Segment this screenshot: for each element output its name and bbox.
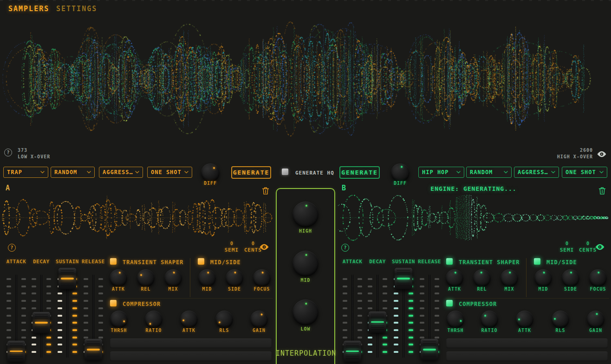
- sampler-b-slot-2[interactable]: [446, 351, 608, 361]
- midside-side-knob-b-indicator: [561, 268, 580, 287]
- midside-focus-knob-a-indicator: [252, 268, 272, 288]
- fader-tick: [98, 337, 103, 338]
- midside-toggle-b[interactable]: [534, 258, 540, 265]
- fader-tick: [435, 292, 439, 294]
- midside-toggle-a[interactable]: [198, 258, 204, 265]
- midside-focus-knob-b[interactable]: [589, 269, 607, 287]
- fader-tick: [383, 300, 387, 302]
- fader-handle[interactable]: [395, 268, 412, 289]
- sampler-b-sustain-fader[interactable]: [390, 265, 416, 364]
- fader-tick: [32, 286, 36, 287]
- sampler-b-release-fader[interactable]: [416, 265, 442, 364]
- fader-tick: [58, 300, 62, 302]
- tab-samplers[interactable]: SAMPLERS: [8, 5, 49, 13]
- sampler-b-dropdown-3[interactable]: ONE SHOT: [562, 167, 607, 178]
- transient-rel-knob-a[interactable]: [137, 269, 155, 287]
- compressor-gain-knob-b[interactable]: [587, 311, 604, 328]
- sampler-a-slot-1[interactable]: [110, 338, 272, 348]
- fader-handle[interactable]: [32, 312, 50, 333]
- compressor-knob-label: GAIN: [238, 328, 280, 333]
- adsr-label: RELEASE: [409, 259, 450, 265]
- transient-attk-knob-a[interactable]: [110, 269, 127, 287]
- fader-tick: [368, 351, 372, 353]
- compressor-ratio-knob-b[interactable]: [481, 311, 498, 328]
- sampler-a-attack-fader[interactable]: [3, 265, 29, 364]
- transient-mix-knob-a[interactable]: [164, 269, 182, 287]
- fader-handle[interactable]: [84, 339, 102, 360]
- delete-sample-a-button[interactable]: [262, 187, 269, 195]
- sampler-a-waveform[interactable]: [2, 192, 275, 247]
- sampler-b-attack-fader[interactable]: [339, 265, 365, 364]
- midside-mid-knob-a[interactable]: [198, 269, 216, 287]
- fader-handle[interactable]: [7, 341, 25, 362]
- high-xover-visibility-button[interactable]: [597, 151, 607, 157]
- sampler-a-dropdown-0[interactable]: TRAP: [3, 167, 48, 178]
- sampler-a-help-button[interactable]: ?: [8, 244, 16, 252]
- fader-tick: [409, 322, 413, 324]
- low-xover-help-button[interactable]: ?: [4, 149, 12, 156]
- diff-knob-a[interactable]: [201, 163, 220, 182]
- midside-side-knob-a[interactable]: [226, 269, 243, 287]
- generate-hq-checkbox[interactable]: [282, 169, 288, 175]
- compressor-toggle-b[interactable]: [446, 300, 453, 306]
- sampler-a-dropdown-3[interactable]: ONE SHOT: [147, 167, 192, 178]
- compressor-attk-knob-a[interactable]: [180, 311, 198, 328]
- generate-button-a[interactable]: GENERATE: [231, 166, 271, 179]
- compressor-gain-knob-a[interactable]: [250, 311, 268, 328]
- sampler-a-release-fader[interactable]: [80, 265, 106, 364]
- sampler-a-dropdown-2[interactable]: AGGRESS…: [99, 167, 143, 178]
- interpolation-mid-knob[interactable]: [292, 251, 318, 277]
- compressor-section-label: COMPRESSOR: [123, 301, 161, 307]
- midside-side-knob-b[interactable]: [562, 269, 579, 287]
- fader-tick: [32, 292, 36, 294]
- fader-tick: [343, 292, 347, 294]
- interpolation-low-knob[interactable]: [292, 299, 318, 325]
- generate-button-b[interactable]: GENERATE: [339, 166, 380, 179]
- compressor-rls-knob-a[interactable]: [215, 311, 233, 328]
- compressor-ratio-knob-a[interactable]: [145, 311, 162, 328]
- transient-toggle-b[interactable]: [446, 258, 453, 265]
- fader-handle[interactable]: [421, 339, 438, 360]
- compressor-attk-knob-b[interactable]: [516, 311, 533, 328]
- fader-tick: [383, 278, 387, 280]
- transient-mix-knob-b[interactable]: [500, 269, 518, 287]
- midside-mid-knob-b[interactable]: [534, 269, 552, 287]
- fader-tick: [409, 300, 413, 302]
- fader-handle[interactable]: [344, 341, 361, 362]
- sampler-a-sustain-fader[interactable]: [54, 265, 80, 364]
- diff-knob-label: DIFF: [189, 181, 231, 186]
- sampler-b-decay-fader[interactable]: [364, 265, 390, 364]
- compressor-attk-knob-a-indicator: [179, 309, 199, 330]
- compressor-thrsh-knob-b[interactable]: [447, 311, 464, 328]
- main-waveform-visualization[interactable]: [0, 19, 611, 145]
- fader-tick: [343, 286, 347, 287]
- fader-tick: [21, 300, 26, 302]
- transient-rel-knob-b[interactable]: [473, 269, 491, 287]
- diff-knob-b[interactable]: [391, 163, 410, 182]
- sampler-b-dropdown-1[interactable]: RANDOM: [466, 167, 512, 178]
- fader-handle[interactable]: [369, 312, 386, 333]
- fader-tick: [420, 292, 424, 294]
- transient-toggle-a[interactable]: [110, 258, 117, 265]
- fader-handle[interactable]: [58, 268, 76, 289]
- sampler-a-slot-2[interactable]: [110, 351, 272, 361]
- fader-tick: [420, 286, 424, 287]
- sampler-b-slot-1[interactable]: [446, 338, 608, 348]
- tab-settings[interactable]: SETTINGS: [56, 5, 97, 13]
- interpolation-high-knob[interactable]: [292, 202, 318, 228]
- fader-tick: [6, 337, 11, 338]
- sampler-b-dropdown-2[interactable]: AGGRESS…: [514, 167, 559, 178]
- sampler-b-waveform[interactable]: [338, 192, 611, 247]
- compressor-thrsh-knob-a[interactable]: [110, 311, 128, 328]
- fader-tick: [409, 307, 413, 309]
- sampler-b-dropdown-0[interactable]: HIP HOP: [418, 167, 464, 178]
- compressor-rls-knob-b[interactable]: [552, 311, 569, 328]
- sampler-a-decay-fader[interactable]: [28, 265, 54, 364]
- fader-tick: [84, 307, 88, 309]
- delete-sample-b-button[interactable]: [598, 187, 606, 195]
- sampler-a-dropdown-1[interactable]: RANDOM: [51, 167, 95, 178]
- midside-focus-knob-a[interactable]: [253, 269, 271, 287]
- sampler-b-help-button[interactable]: ?: [341, 244, 349, 252]
- transient-attk-knob-b[interactable]: [446, 269, 463, 287]
- compressor-toggle-a[interactable]: [110, 300, 117, 306]
